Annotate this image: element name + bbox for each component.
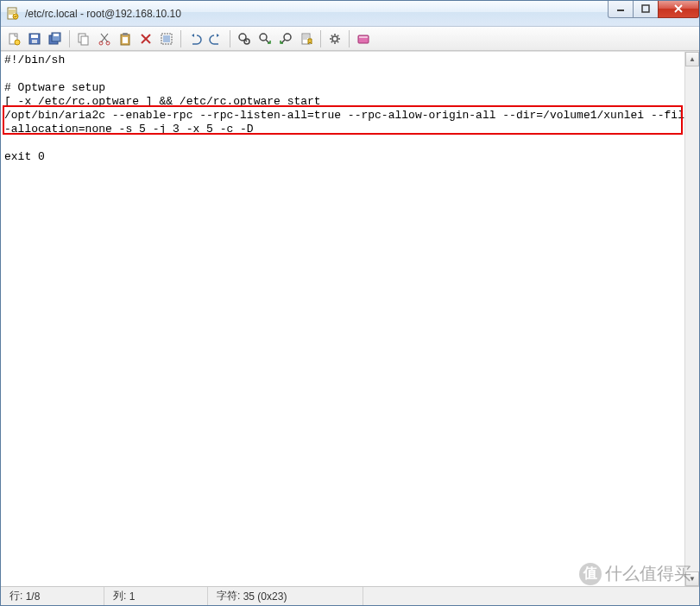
app-window: /etc/rc.local - root@192.168.10.10 <box>0 0 700 606</box>
delete-icon[interactable] <box>136 29 155 48</box>
svg-rect-18 <box>123 37 128 43</box>
help-icon[interactable] <box>354 29 373 48</box>
copy-icon[interactable] <box>74 29 93 48</box>
svg-rect-28 <box>359 36 368 38</box>
status-col-value: 1 <box>129 590 136 603</box>
save-all-icon[interactable] <box>46 29 65 48</box>
save-icon[interactable] <box>25 29 44 48</box>
maximize-button[interactable] <box>633 1 659 18</box>
svg-rect-13 <box>81 36 88 45</box>
status-column: 列: 1 <box>104 587 208 605</box>
find-next-icon[interactable] <box>255 29 274 48</box>
minimize-button[interactable] <box>608 1 634 18</box>
toolbar-separator <box>230 30 230 47</box>
toolbar-separator <box>349 30 350 47</box>
redo-icon[interactable] <box>206 29 225 48</box>
scroll-track[interactable] <box>685 66 699 571</box>
titlebar[interactable]: /etc/rc.local - root@192.168.10.10 <box>1 1 699 27</box>
settings-icon[interactable] <box>325 29 344 48</box>
svg-rect-2 <box>617 9 624 11</box>
scroll-down-button[interactable]: ▼ <box>685 571 699 586</box>
select-all-icon[interactable] <box>157 29 176 48</box>
editor-area: #!/bin/sh # Optware setup [ -x /etc/rc.o… <box>1 51 699 586</box>
close-button[interactable] <box>658 1 699 18</box>
toolbar-separator <box>180 30 181 47</box>
svg-rect-8 <box>32 40 37 43</box>
scroll-up-button[interactable]: ▲ <box>685 52 699 66</box>
status-line-label: 行: <box>9 589 22 603</box>
window-title: /etc/rc.local - root@192.168.10.10 <box>25 8 609 20</box>
status-line: 行: 1/8 <box>1 587 104 605</box>
status-line-value: 1/8 <box>26 590 41 603</box>
find-prev-icon[interactable] <box>276 29 295 48</box>
svg-point-24 <box>284 34 291 41</box>
text-editor[interactable]: #!/bin/sh # Optware setup [ -x /etc/rc.o… <box>1 52 699 166</box>
svg-point-5 <box>15 40 20 45</box>
status-char-label: 字符: <box>217 589 240 603</box>
svg-rect-20 <box>163 35 170 42</box>
vertical-scrollbar[interactable]: ▲ ▼ <box>684 52 699 586</box>
svg-point-23 <box>260 34 267 41</box>
toolbar-separator <box>320 30 321 47</box>
status-char: 字符: 35 (0x23) <box>208 587 363 605</box>
statusbar: 行: 1/8 列: 1 字符: 35 (0x23) <box>1 586 699 605</box>
app-icon <box>6 7 20 21</box>
toolbar <box>1 27 699 51</box>
paste-icon[interactable] <box>116 29 135 48</box>
svg-rect-3 <box>642 5 649 12</box>
toolbar-separator <box>69 30 70 47</box>
bookmark-icon[interactable] <box>297 29 316 48</box>
svg-rect-17 <box>123 33 128 35</box>
svg-rect-11 <box>54 34 59 36</box>
find-icon[interactable] <box>235 29 254 48</box>
status-char-value: 35 (0x23) <box>243 590 287 603</box>
status-col-label: 列: <box>113 589 126 603</box>
svg-rect-7 <box>31 35 38 38</box>
cut-icon[interactable] <box>95 29 114 48</box>
undo-icon[interactable] <box>186 29 205 48</box>
new-file-icon[interactable] <box>4 29 23 48</box>
window-controls <box>609 1 699 18</box>
svg-point-26 <box>332 36 337 41</box>
